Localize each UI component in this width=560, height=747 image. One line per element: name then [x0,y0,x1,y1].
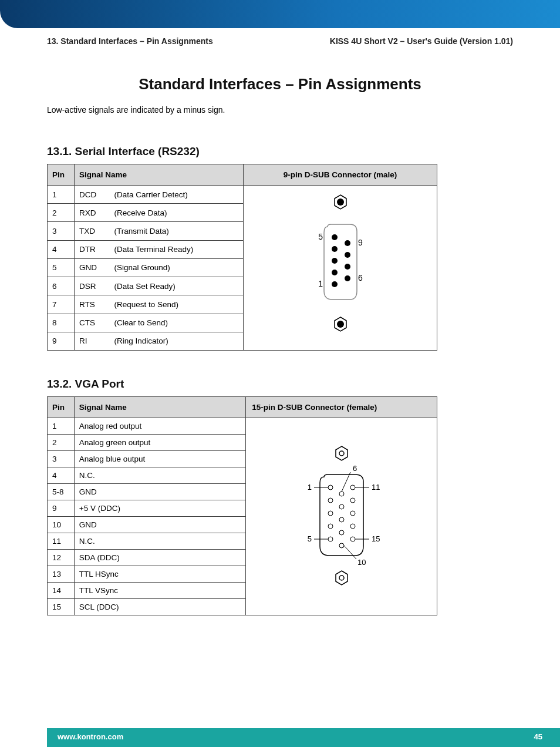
svg-point-8 [345,264,350,270]
footer-page: 45 [534,732,542,747]
intro-text: Low-active signals are indicated by a mi… [47,105,513,115]
vga-table: Pin Signal Name 15-pin D-SUB Connector (… [47,396,437,615]
vga-diagram: 1 5 6 10 11 15 [246,418,437,615]
svg-point-33 [350,537,355,541]
svg-text:1: 1 [307,483,311,492]
page-footer: www.kontron.com 45 [47,728,560,747]
svg-point-7 [345,275,350,281]
running-header: 13. Standard Interfaces – Pin Assignment… [47,36,513,46]
cell-pin: 1 [48,186,75,204]
svg-line-37 [344,546,356,559]
page-title: Standard Interfaces – Pin Assignments [116,75,444,93]
svg-text:15: 15 [372,534,380,543]
svg-text:6: 6 [358,273,363,282]
svg-point-21 [328,511,333,516]
svg-point-26 [339,517,344,522]
cell-pin: 1 [48,418,75,435]
svg-point-4 [332,258,338,264]
svg-point-23 [328,537,333,541]
svg-text:9: 9 [358,238,363,247]
section2-heading: 13.2. VGA Port [47,378,513,391]
dsub15-icon: 1 5 6 10 11 15 [292,440,392,593]
svg-text:10: 10 [357,558,366,567]
th-signal: Signal Name [74,397,246,418]
svg-text:11: 11 [372,483,380,492]
svg-point-6 [332,234,338,240]
svg-point-24 [339,492,344,496]
svg-text:1: 1 [318,279,323,288]
rs232-diagram: 5 1 9 6 [244,186,437,351]
top-banner [0,0,560,28]
svg-point-3 [332,270,338,275]
dsub9-icon: 5 1 9 6 [299,191,382,344]
svg-marker-17 [336,446,348,460]
cell-name: Analog red output [74,418,246,435]
th-pin: Pin [48,164,75,186]
svg-point-10 [345,240,350,246]
svg-point-18 [339,451,344,456]
svg-point-31 [350,511,355,516]
svg-point-29 [350,485,355,490]
svg-point-16 [337,321,344,328]
svg-text:6: 6 [353,464,357,473]
svg-point-19 [328,485,333,490]
th-diagram: 9-pin D-SUB Connector (male) [244,164,437,186]
section1-heading: 13.1. Serial Interface (RS232) [47,145,513,158]
svg-point-9 [345,252,350,258]
svg-point-30 [350,498,355,503]
svg-line-36 [342,472,350,492]
svg-point-2 [332,281,338,287]
th-signal: Signal Name [75,164,244,186]
svg-point-47 [339,576,344,580]
th-diagram: 15-pin D-SUB Connector (female) [246,397,437,418]
svg-point-27 [339,530,344,535]
cell-abbr: DCD [75,186,110,204]
svg-point-1 [337,198,344,206]
svg-point-32 [350,524,355,529]
svg-point-25 [339,504,344,509]
footer-url: www.kontron.com [58,732,123,747]
svg-text:5: 5 [307,534,311,543]
cell-desc: (Data Carrier Detect) [110,186,244,204]
th-pin: Pin [48,397,75,418]
svg-marker-46 [336,571,348,585]
svg-point-28 [339,543,344,548]
svg-point-20 [328,498,333,503]
svg-point-22 [328,524,333,529]
table-row: 1 DCD (Data Carrier Detect) [48,186,437,204]
svg-text:5: 5 [318,232,323,241]
table-row: 1 Analog red output [48,418,437,435]
header-left: 13. Standard Interfaces – Pin Assignment… [47,36,213,46]
rs232-table: Pin Signal Name 9-pin D-SUB Connector (m… [47,164,437,351]
header-right: KISS 4U Short V2 – User's Guide (Version… [330,36,513,46]
svg-point-5 [332,246,338,252]
